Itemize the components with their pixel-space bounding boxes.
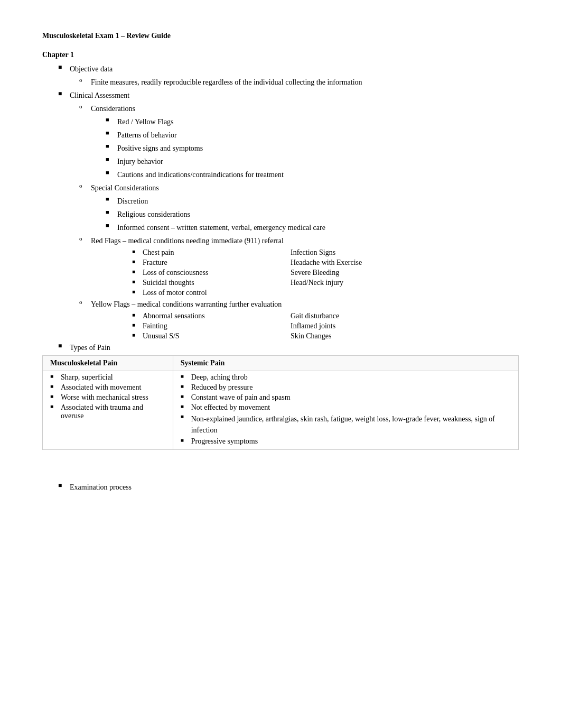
item-label: Inflamed joints [291,322,335,330]
item-label: Associated with movement [61,383,141,392]
bullet-icon: o [79,182,91,189]
item-label: Patterns of behavior [117,130,519,141]
item-label: Suicidal thoughts [143,279,194,287]
item-label: Fainting [143,322,167,330]
bullet-icon: ■ [132,269,143,274]
item-label: Examination process [70,482,519,493]
bullet-icon: ■ [50,403,61,409]
item-label: Head/Neck injury [291,279,343,287]
systemic-pain-items: ■ Deep, aching throb ■ Reduced by pressu… [173,371,518,450]
red-flags-row-3: ■ Loss of consciousness Severe Bleeding [42,269,519,277]
list-item: ■ Reduced by pressure [181,383,511,392]
bullet-icon: ■ [106,130,117,136]
item-label: Finite measures, readily reproducible re… [91,77,519,88]
list-item: ■ Patterns of behavior [42,130,519,141]
list-item: ■ Deep, aching throb [181,373,511,382]
item-label: Fracture [143,259,167,267]
musculo-pain-items: ■ Sharp, superficial ■ Associated with m… [43,371,173,450]
red-flags-row-1: ■ Chest pain Infection Signs [42,248,519,257]
list-item: ■ Non-explained jaundice, arthralgias, s… [181,413,511,436]
pain-table-col1-header: Musculoskeletal Pain [43,356,173,371]
item-label: Loss of consciousness [143,269,208,277]
list-item: ■ Objective data [42,63,519,75]
bullet-icon: ■ [50,373,61,379]
item-label: Constant wave of pain and spasm [191,393,291,402]
item-label: Headache with Exercise [291,259,362,266]
bullet-icon: ■ [132,322,143,328]
chapter-heading: Chapter 1 [42,51,519,59]
item-label: Objective data [70,63,519,75]
item-label: Infection Signs [291,248,335,256]
exam-section: ■ Examination process [42,482,519,493]
bullet-icon: ■ [181,393,191,399]
bullet-icon: ■ [132,259,143,264]
item-label: Chest pain [143,248,174,257]
list-item: ■ Constant wave of pain and spasm [181,393,511,402]
item-label: Sharp, superficial [61,373,113,382]
bullet-icon: ■ [132,289,143,294]
bullet-icon: ■ [132,312,143,318]
bullet-icon: o [79,235,91,242]
bullet-icon: ■ [106,143,117,149]
bullet-icon: ■ [181,403,191,409]
bullet-icon: ■ [181,373,191,379]
bullet-icon: ■ [181,383,191,389]
item-label: Not effected by movement [191,403,270,412]
list-item: ■ Clinical Assessment [42,90,519,101]
bullet-icon: ■ [106,169,117,176]
item-label: Cautions and indications/contraindicatio… [117,169,519,180]
pain-comparison-table: Musculoskeletal Pain Systemic Pain ■ Sha… [42,355,519,450]
list-item: ■ Positive signs and symptoms [42,143,519,154]
bullet-icon: ■ [132,332,143,338]
list-item: o Yellow Flags – medical conditions warr… [42,299,519,310]
list-item: ■ Discretion [42,196,519,207]
item-label: Red / Yellow Flags [117,116,519,127]
list-item: ■ Red / Yellow Flags [42,116,519,127]
list-item: ■ Associated with movement [50,383,165,392]
item-label: Severe Bleeding [291,269,339,277]
bullet-icon: o [79,299,91,305]
list-item: ■ Informed consent – written statement, … [42,222,519,233]
list-item: ■ Cautions and indications/contraindicat… [42,169,519,180]
item-label: Clinical Assessment [70,90,519,101]
list-item: o Special Considerations [42,182,519,193]
list-item: o Considerations [42,103,519,114]
item-label: Considerations [91,103,519,114]
table-row: ■ Sharp, superficial ■ Associated with m… [43,371,519,450]
item-label: Religious considerations [117,209,519,220]
item-label: Worse with mechanical stress [61,393,148,402]
list-item: ■ Types of Pain [42,342,519,353]
item-label: Discretion [117,196,519,207]
list-item: ■ Worse with mechanical stress [50,393,165,402]
item-label: Informed consent – written statement, ve… [117,222,519,233]
bullet-icon: o [79,77,91,83]
bullet-icon: ■ [132,279,143,284]
item-label: Skin Changes [291,332,331,340]
item-label: Gait disturbance [291,312,339,320]
bullet-icon: ■ [58,63,70,71]
red-flags-row-5: ■ Loss of motor control [42,289,519,297]
red-flags-row-2: ■ Fracture Headache with Exercise [42,259,519,267]
item-label: Abnormal sensations [143,312,205,320]
item-label: Red Flags – medical conditions needing i… [91,235,519,246]
bullet-icon: ■ [181,437,191,443]
page-title: Musculoskeletal Exam 1 – Review Guide [42,32,519,40]
bullet-icon: ■ [106,222,117,228]
bullet-icon: ■ [58,342,70,350]
list-item: ■ Religious considerations [42,209,519,220]
bullet-icon: ■ [106,209,117,215]
bullet-icon: ■ [106,116,117,123]
bullet-icon: ■ [181,413,191,419]
yellow-flags-row-3: ■ Unusual S/S Skin Changes [42,332,519,340]
list-item: ■ Examination process [42,482,519,493]
list-item: ■ Not effected by movement [181,403,511,412]
item-label: Unusual S/S [143,332,180,340]
bullet-icon: ■ [58,482,70,490]
bullet-icon: ■ [58,90,70,98]
item-label: Associated with trauma and overuse [61,403,165,420]
item-label: Types of Pain [70,342,519,353]
bullet-icon: ■ [106,156,117,162]
item-label: Non-explained jaundice, arthralgias, ski… [191,413,511,436]
bullet-icon: ■ [50,393,61,399]
item-label: Loss of motor control [143,289,207,297]
